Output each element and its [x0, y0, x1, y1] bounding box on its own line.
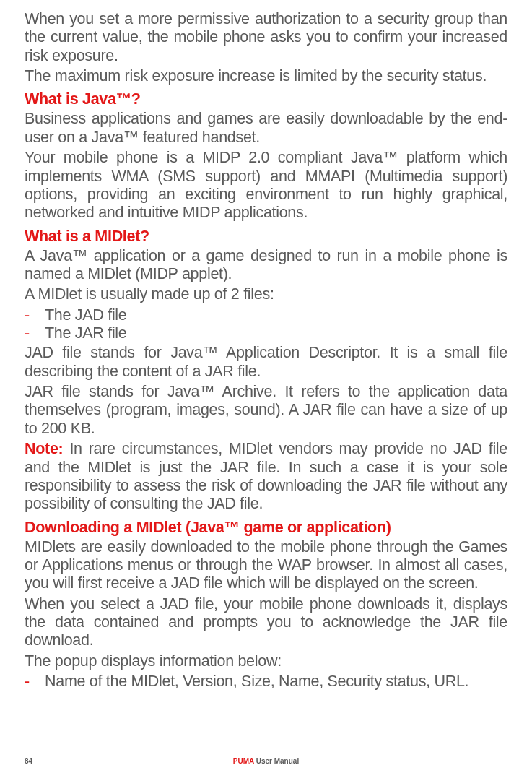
file-list: The JAD file The JAR file: [25, 306, 507, 343]
paragraph: When you select a JAD file, your mobile …: [25, 595, 507, 650]
footer-title: PUMA User Manual: [233, 757, 299, 765]
brand-name: PUMA: [233, 757, 254, 765]
page-number: 84: [25, 757, 32, 765]
popup-info-list: Name of the MIDlet, Version, Size, Name,…: [25, 673, 507, 691]
paragraph: A Java™ application or a game designed t…: [25, 247, 507, 284]
heading-downloading-midlet: Downloading a MIDlet (Java™ game or appl…: [25, 519, 507, 537]
footer-title-suffix: User Manual: [254, 757, 299, 765]
heading-what-is-java: What is Java™?: [25, 90, 507, 108]
list-item: Name of the MIDlet, Version, Size, Name,…: [25, 673, 507, 691]
paragraph: The popup displays information below:: [25, 652, 507, 670]
paragraph: Business applications and games are easi…: [25, 110, 507, 147]
list-item: The JAR file: [25, 324, 507, 342]
note-label: Note:: [25, 440, 63, 457]
paragraph: The maximum risk exposure increase is li…: [25, 67, 507, 85]
paragraph: JAR file stands for Java™ Archive. It re…: [25, 383, 507, 438]
paragraph: Your mobile phone is a MIDP 2.0 complian…: [25, 149, 507, 222]
note-text: In rare circumstances, MIDlet vendors ma…: [25, 440, 507, 512]
list-item: The JAD file: [25, 306, 507, 324]
paragraph: JAD file stands for Java™ Application De…: [25, 344, 507, 381]
heading-what-is-midlet: What is a MIDlet?: [25, 228, 507, 246]
paragraph: A MIDlet is usually made up of 2 files:: [25, 285, 507, 303]
document-page: When you set a more permissive authoriza…: [0, 0, 532, 773]
paragraph: When you set a more permissive authoriza…: [25, 10, 507, 65]
paragraph: MIDlets are easily downloaded to the mob…: [25, 538, 507, 593]
note-paragraph: Note: In rare circumstances, MIDlet vend…: [25, 440, 507, 513]
